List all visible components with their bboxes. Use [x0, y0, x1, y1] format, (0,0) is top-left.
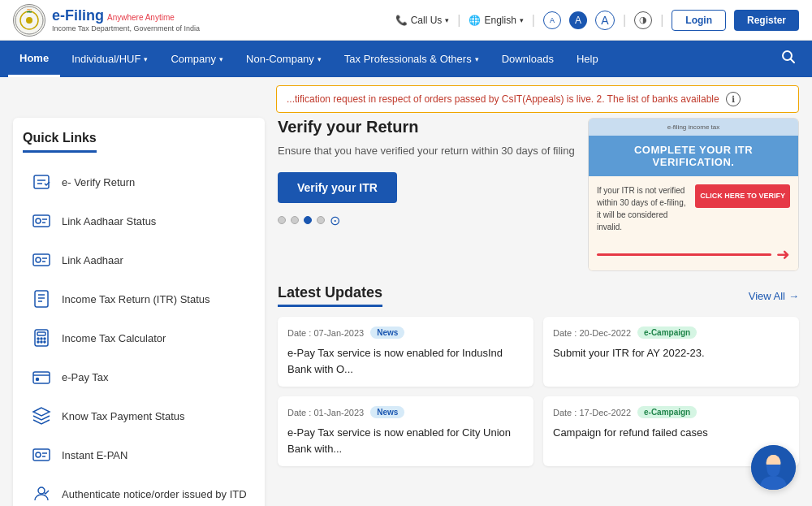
sidebar-item-tax-payment-status[interactable]: Know Tax Payment Status [23, 396, 255, 435]
login-button[interactable]: Login [672, 10, 726, 31]
carousel-next[interactable]: ⊙ [330, 213, 340, 228]
sidebar-item-everify[interactable]: e- Verify Return [23, 162, 255, 201]
campaign-badge: e-Campaign [637, 406, 697, 418]
logo-area: 🇮🇳 e-Filing Anywhere Anytime Income Tax … [13, 4, 200, 37]
updates-grid: Date : 07-Jan-2023 News e-Pay Tax servic… [278, 317, 799, 466]
svg-point-21 [37, 378, 39, 381]
svg-rect-6 [34, 175, 49, 188]
chevron-down-icon: ▾ [475, 55, 479, 63]
sidebar-item-epan[interactable]: Instant E-PAN [23, 435, 255, 474]
svg-rect-20 [33, 372, 50, 383]
itr-verification-card: e-filing income tax COMPLETE YOUR ITR VE… [588, 118, 799, 271]
nav-item-individual[interactable]: Individual/HUF ▾ [60, 41, 159, 77]
carousel-dot-4[interactable] [317, 216, 325, 224]
sidebar-item-calculator[interactable]: Income Tax Calculator [23, 318, 255, 357]
sidebar-label: e-Pay Tax [62, 371, 109, 383]
top-bar: 🇮🇳 e-Filing Anywhere Anytime Income Tax … [0, 0, 812, 41]
calculator-icon [29, 326, 54, 350]
nav-item-taxprofessionals[interactable]: Tax Professionals & Others ▾ [333, 41, 490, 77]
announcement-text: ...tification request in respect of orde… [287, 93, 719, 105]
sidebar-label: Know Tax Payment Status [62, 410, 185, 422]
sidebar-item-aadhaar[interactable]: Link Aadhaar [23, 240, 255, 279]
language-selector[interactable]: 🌐 English ▾ [469, 15, 523, 26]
update-date: Date : 07-Jan-2023 [287, 328, 364, 338]
contrast-toggle-button[interactable]: ◑ [634, 11, 652, 29]
sidebar-item-authenticate[interactable]: Authenticate notice/order issued by ITD [23, 474, 255, 506]
globe-icon: 🌐 [469, 15, 481, 26]
update-date: Date : 20-Dec-2022 [553, 328, 631, 338]
verify-itr-button[interactable]: Verify your ITR [278, 172, 397, 203]
chevron-down-icon: ▾ [317, 55, 322, 63]
verify-subtitle: Ensure that you have verified your retur… [278, 143, 575, 159]
sidebar: Quick Links e- Verify Return Link Aadhaa… [13, 118, 265, 506]
nav-item-downloads[interactable]: Downloads [490, 41, 565, 77]
help-avatar[interactable] [751, 445, 796, 490]
font-large-button[interactable]: A [595, 11, 615, 30]
nav-item-help[interactable]: Help [565, 41, 610, 77]
itr-status-icon [29, 287, 54, 311]
announcement-bar: ...tification request in respect of orde… [276, 85, 799, 113]
epay-icon [29, 365, 54, 389]
logo-dept: Income Tax Department, Government of Ind… [52, 24, 200, 32]
aadhaar-status-icon [29, 209, 54, 233]
register-button[interactable]: Register [734, 10, 799, 31]
carousel-dot-1[interactable] [278, 216, 286, 224]
nav-item-company[interactable]: Company ▾ [159, 41, 235, 77]
sidebar-label: Authenticate notice/order issued by ITD [62, 488, 247, 500]
sidebar-label: Link Aadhaar [62, 254, 123, 266]
sidebar-label: e- Verify Return [62, 176, 135, 188]
verify-section: Verify your Return Ensure that you have … [278, 118, 799, 271]
chevron-down-icon: ▾ [445, 16, 449, 24]
divider: | [623, 13, 626, 28]
epan-icon [29, 443, 54, 467]
carousel-dot-2[interactable] [291, 216, 299, 224]
info-icon[interactable]: ℹ [726, 92, 741, 106]
update-card-1: Date : 20-Dec-2022 e-Campaign Submit you… [543, 317, 799, 387]
update-card-2: Date : 01-Jan-2023 News e-Pay Tax servic… [278, 396, 533, 466]
sidebar-item-epay[interactable]: e-Pay Tax [23, 357, 255, 396]
news-badge: News [370, 406, 404, 418]
updates-header: Latest Updates View All → [278, 284, 799, 307]
aadhaar-icon [29, 248, 54, 272]
carousel-dot-3[interactable] [304, 216, 312, 224]
verify-text-area: Verify your Return Ensure that you have … [278, 118, 575, 228]
sidebar-item-aadhaar-status[interactable]: Link Aadhaar Status [23, 201, 255, 240]
svg-text:🇮🇳: 🇮🇳 [27, 8, 32, 14]
government-emblem: 🇮🇳 [13, 4, 45, 37]
update-text: Campaign for refund failed cases [553, 425, 789, 441]
phone-icon: 📞 [395, 15, 408, 26]
svg-point-23 [36, 452, 41, 457]
sidebar-label: Link Aadhaar Status [62, 215, 156, 227]
logo-text: e-Filing Anywhere Anytime Income Tax Dep… [52, 7, 200, 32]
sidebar-label: Income Tax Return (ITR) Status [62, 293, 210, 305]
svg-point-2 [26, 17, 32, 24]
view-all-link[interactable]: View All → [749, 290, 799, 302]
update-date: Date : 01-Jan-2023 [287, 408, 364, 417]
campaign-badge: e-Campaign [637, 327, 697, 339]
update-meta: Date : 20-Dec-2022 e-Campaign [553, 327, 789, 339]
font-medium-button[interactable]: A [569, 11, 587, 29]
call-us-link[interactable]: 📞 Call Us ▾ [395, 15, 450, 26]
chevron-down-icon: ▾ [219, 55, 223, 63]
nav-item-home[interactable]: Home [8, 41, 60, 77]
itr-card-cta[interactable]: CLICK HERE TO VERIFY [695, 184, 790, 208]
svg-point-10 [36, 257, 41, 262]
nav-item-noncompany[interactable]: Non-Company ▾ [235, 41, 333, 77]
sidebar-item-itr-status[interactable]: Income Tax Return (ITR) Status [23, 279, 255, 318]
logo-tagline: Anywhere Anytime [107, 13, 175, 22]
tax-status-icon [29, 404, 54, 428]
svg-point-17 [37, 341, 39, 343]
divider: | [660, 13, 663, 28]
svg-point-8 [36, 218, 41, 223]
svg-point-18 [41, 341, 42, 343]
svg-point-15 [41, 338, 42, 339]
update-text: e-Pay Tax service is now enabled for Ind… [287, 345, 524, 377]
font-small-button[interactable]: A [543, 11, 561, 29]
search-button[interactable] [773, 50, 804, 68]
svg-line-5 [791, 59, 795, 63]
update-text: Submit your ITR for AY 2022-23. [553, 345, 789, 361]
top-right-controls: 📞 Call Us ▾ | 🌐 English ▾ | A A A | ◑ | … [395, 10, 799, 31]
verify-icon [29, 170, 54, 194]
content-area: Quick Links e- Verify Return Link Aadhaa… [0, 118, 812, 506]
svg-point-14 [37, 338, 39, 339]
